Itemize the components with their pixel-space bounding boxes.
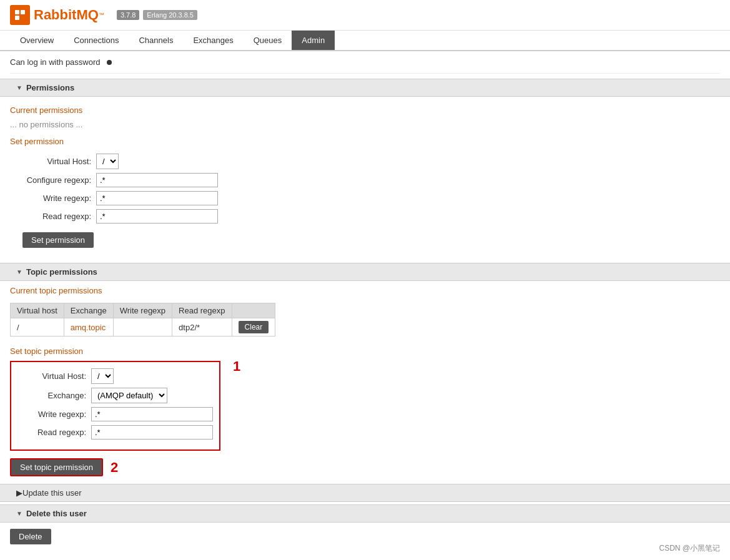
- col-read-regexp: Read regexp: [172, 303, 232, 318]
- header: RabbitMQ™ 3.7.8 Erlang 20.3.8.5: [0, 0, 730, 31]
- update-user-arrow-icon: ▶: [16, 488, 22, 498]
- nav-channels[interactable]: Channels: [129, 31, 183, 50]
- configure-regexp-input[interactable]: [96, 173, 218, 187]
- virtual-host-label: Virtual Host:: [22, 157, 91, 166]
- logo-icon: [10, 5, 30, 25]
- nav-exchanges[interactable]: Exchanges: [183, 31, 243, 50]
- content: Can log in with password ▼ Permissions C…: [0, 51, 730, 551]
- nav-connections[interactable]: Connections: [64, 31, 129, 50]
- col-write-regexp: Write regexp: [113, 303, 172, 318]
- read-regexp-label: Read regexp:: [22, 212, 91, 221]
- topic-virtual-host-row: Virtual Host: /: [17, 368, 213, 384]
- row-read-regexp: dtp2/*: [172, 318, 232, 336]
- topic-permissions-table: Virtual host Exchange Write regexp Read …: [10, 303, 275, 336]
- clear-button[interactable]: Clear: [239, 321, 269, 333]
- watermark: CSDN @小黑笔记: [659, 543, 720, 551]
- topic-write-regexp-input[interactable]: [91, 407, 213, 421]
- topic-read-regexp-input[interactable]: [91, 425, 213, 440]
- set-topic-btn-row: Set topic permission 2: [10, 458, 720, 476]
- table-row: / amq.topic dtp2/* Clear: [11, 318, 275, 336]
- delete-user-arrow-icon: ▼: [16, 510, 22, 517]
- logo-text: RabbitMQ: [34, 7, 99, 23]
- nav: Overview Connections Channels Exchanges …: [0, 31, 730, 51]
- col-actions: [232, 303, 275, 318]
- table-header-row: Virtual host Exchange Write regexp Read …: [11, 303, 275, 318]
- svg-rect-0: [15, 10, 19, 14]
- permissions-section-header[interactable]: ▼ Permissions: [0, 79, 730, 97]
- topic-permissions-title: Topic permissions: [26, 267, 97, 277]
- set-permission-btn-row: Set permission: [10, 227, 720, 253]
- delete-user-title: Delete this user: [26, 509, 87, 518]
- set-topic-form-box: Virtual Host: / Exchange: (AMQP default)…: [10, 361, 220, 451]
- topic-exchange-row: Exchange: (AMQP default): [17, 388, 213, 403]
- permissions-title: Permissions: [26, 83, 74, 92]
- set-topic-permission-link[interactable]: Set topic permission: [10, 341, 720, 358]
- read-regexp-input[interactable]: [96, 209, 218, 224]
- write-regexp-input[interactable]: [96, 191, 218, 205]
- delete-user-section-header[interactable]: ▼ Delete this user: [0, 504, 730, 523]
- topic-read-regexp-label: Read regexp:: [17, 428, 86, 437]
- row-clear-cell: Clear: [232, 318, 275, 336]
- set-permission-form: Virtual Host: / Configure regexp: Write …: [10, 149, 720, 258]
- topic-read-regexp-row: Read regexp:: [17, 425, 213, 440]
- nav-overview[interactable]: Overview: [10, 31, 64, 50]
- write-regexp-row: Write regexp:: [10, 191, 720, 205]
- erlang-badge: Erlang 20.3.8.5: [143, 10, 197, 20]
- logo-tm: ™: [99, 12, 104, 18]
- topic-exchange-label: Exchange:: [17, 391, 86, 400]
- nav-admin[interactable]: Admin: [292, 31, 335, 50]
- can-login-dot: [107, 60, 112, 65]
- current-topic-permissions-link[interactable]: Current topic permissions: [10, 281, 720, 298]
- set-permission-link[interactable]: Set permission: [10, 134, 720, 149]
- set-topic-form-container: Virtual Host: / Exchange: (AMQP default)…: [10, 358, 720, 451]
- topic-virtual-host-select[interactable]: /: [91, 368, 114, 384]
- nav-queues[interactable]: Queues: [244, 31, 292, 50]
- delete-btn-row: Delete: [10, 523, 720, 551]
- set-topic-permission-button[interactable]: Set topic permission: [10, 458, 103, 476]
- virtual-host-row: Virtual Host: /: [10, 154, 720, 169]
- annotation-2: 2: [111, 459, 118, 476]
- current-permissions-link[interactable]: Current permissions: [10, 101, 720, 117]
- topic-exchange-select[interactable]: (AMQP default): [91, 388, 167, 403]
- virtual-host-select[interactable]: /: [96, 154, 119, 169]
- no-permissions-text: ... no permissions ...: [10, 117, 720, 134]
- annotation-1: 1: [233, 358, 240, 375]
- can-login-label: Can log in with password: [10, 57, 101, 67]
- configure-regexp-row: Configure regexp:: [10, 173, 720, 187]
- svg-rect-2: [15, 16, 19, 20]
- svg-rect-1: [21, 10, 25, 14]
- col-virtual-host: Virtual host: [11, 303, 64, 318]
- row-write-regexp: [113, 318, 172, 336]
- version-badge: 3.7.8: [117, 10, 139, 20]
- topic-write-regexp-label: Write regexp:: [17, 410, 86, 419]
- update-user-section-header[interactable]: ▶ Update this user: [0, 484, 730, 502]
- logo: RabbitMQ™: [10, 5, 104, 25]
- can-login-row: Can log in with password: [10, 51, 720, 74]
- topic-virtual-host-label: Virtual Host:: [17, 371, 86, 381]
- row-exchange: amq.topic: [64, 318, 113, 336]
- configure-regexp-label: Configure regexp:: [22, 175, 91, 185]
- topic-permissions-arrow-icon: ▼: [16, 268, 22, 275]
- update-user-title: Update this user: [22, 488, 82, 498]
- col-exchange: Exchange: [64, 303, 113, 318]
- topic-write-regexp-row: Write regexp:: [17, 407, 213, 421]
- write-regexp-label: Write regexp:: [22, 194, 91, 203]
- permissions-arrow-icon: ▼: [16, 84, 22, 91]
- topic-permissions-section-header[interactable]: ▼ Topic permissions: [0, 263, 730, 281]
- row-virtual-host: /: [11, 318, 64, 336]
- set-permission-button[interactable]: Set permission: [22, 232, 94, 248]
- delete-button[interactable]: Delete: [10, 529, 51, 544]
- read-regexp-row: Read regexp:: [10, 209, 720, 224]
